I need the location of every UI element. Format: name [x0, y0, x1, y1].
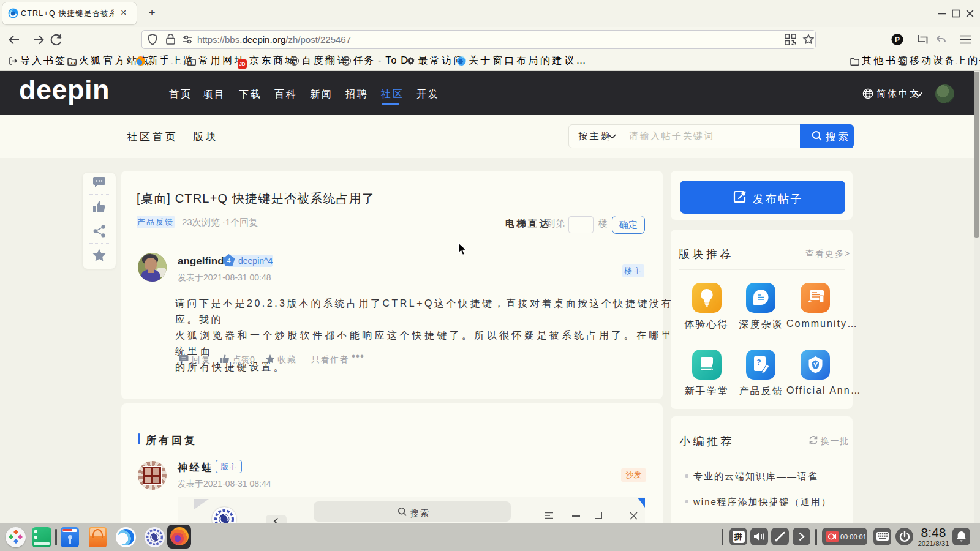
svg-text:P: P	[895, 36, 900, 44]
svg-text:?: ?	[756, 358, 761, 367]
svg-text:4: 4	[227, 257, 230, 264]
